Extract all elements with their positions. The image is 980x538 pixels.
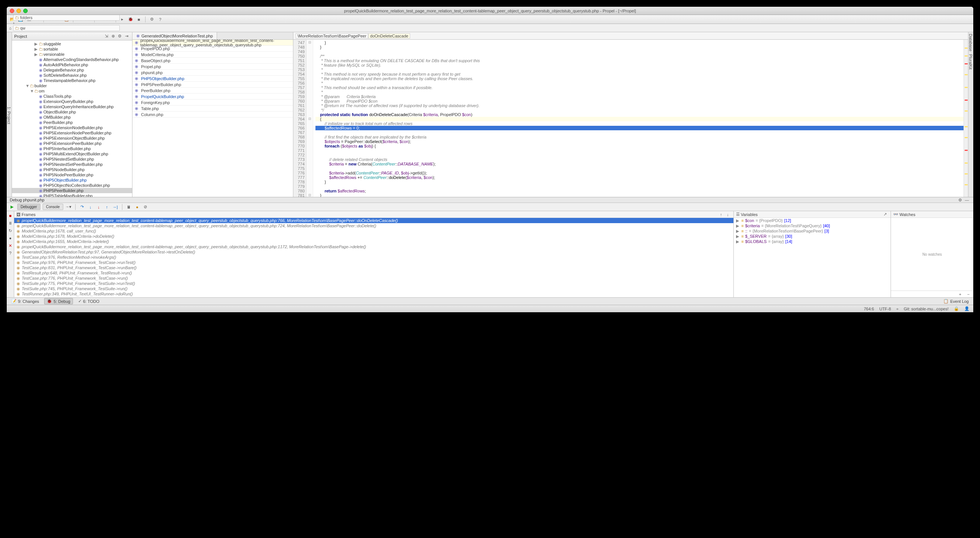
variable-row[interactable]: ▶≡ $GLOBALS = {array} [14] xyxy=(734,239,891,244)
debug-settings-icon[interactable]: ⚙ xyxy=(957,196,964,203)
file-node[interactable]: ◉ClassTools.php xyxy=(12,94,132,99)
editor-breadcrumb[interactable]: \MoreRelationTest\om\BasePagePeerdoOnDel… xyxy=(293,32,968,40)
changes-tab[interactable]: 📝 9: Changes xyxy=(9,299,41,304)
stack-frame[interactable]: ◉ModelCriteria.php:1678, call_user_func(… xyxy=(14,228,733,234)
close-icon[interactable]: ✕ xyxy=(8,243,13,249)
debug-config[interactable]: phpunit.php xyxy=(23,198,45,202)
right-toolwindow-strip[interactable]: Database PluralKit xyxy=(968,32,973,197)
file-node[interactable]: ◉AutoAddPkBehavior.php xyxy=(12,62,132,67)
file-row[interactable]: ◉PHP5PeerBuilder.php xyxy=(132,81,293,88)
file-row[interactable]: ◉Propel.php xyxy=(132,64,293,70)
file-row[interactable]: ◉Column.php xyxy=(132,112,293,118)
file-node[interactable]: ◉SoftDeleteBehavior.php xyxy=(12,73,132,78)
project-tab[interactable]: 1: Project xyxy=(7,107,11,124)
file-row[interactable]: ◉ModelCriteria.php xyxy=(132,52,293,57)
editor-tab[interactable]: ◉ GeneratedObjectMoreRelationTest.php xyxy=(132,32,217,39)
hector-icon[interactable]: 👤 xyxy=(964,306,969,311)
stack-frame[interactable]: ◉TestResult.php:648, PHPUnit_Framework_T… xyxy=(14,270,733,276)
file-node[interactable]: ◉PHP5ObjectNoCollectionBuilder.php xyxy=(12,183,132,188)
file-node[interactable]: ◉PeerBuilder.php xyxy=(12,120,132,125)
stack-frame[interactable]: ◉propelQuickBuildermore_relation_test_pa… xyxy=(14,218,733,223)
step-out-icon[interactable]: ↑ xyxy=(104,204,110,210)
variables-list[interactable]: ▶≡ $con = {PropelPDO} [12]▶≡ $criteria =… xyxy=(734,218,891,244)
todo-tab[interactable]: ✓ 6: TODO xyxy=(76,299,102,304)
file-node[interactable]: ◉PHP5ExtensionPeerBuilder.php xyxy=(12,141,132,146)
file-node[interactable]: ◉PHP5NestedSetPeerBuilder.php xyxy=(12,162,132,167)
file-row[interactable]: ◉ForeignKey.php xyxy=(132,100,293,105)
add-watch-icon[interactable]: + xyxy=(957,291,964,298)
nav-segment[interactable]: 🗀 folders xyxy=(13,14,120,21)
file-row[interactable]: ◉PHP5ObjectBuilder.php xyxy=(132,76,293,81)
file-node[interactable]: ◉PHP5TableMapBuilder.php xyxy=(12,193,132,197)
remove-watch-icon[interactable]: − xyxy=(965,291,972,298)
file-node[interactable]: ◉ExtensionQueryInheritanceBuilder.php xyxy=(12,104,132,109)
frame-up-icon[interactable]: ↑ xyxy=(718,211,724,218)
variable-row[interactable]: ▶≡ $criteria = {MoreRelationTest\PageQue… xyxy=(734,223,891,228)
variable-row[interactable]: ▶≡ :: = {MoreRelationTest\om\BasePagePee… xyxy=(734,228,891,234)
nav-home-icon[interactable]: ⌂ xyxy=(9,26,11,30)
file-row[interactable]: ◉Table.php xyxy=(132,105,293,112)
line-number-gutter[interactable]: 7477487497507517527537547557567577587597… xyxy=(293,40,307,197)
console-tab[interactable]: Console xyxy=(43,204,63,210)
hide-icon[interactable]: ⇥ xyxy=(123,33,130,40)
stack-frame[interactable]: ◉Command.php:176, PHPUnit_TextUI_Command… xyxy=(14,297,733,297)
variable-row[interactable]: ▶≡ $con = {PropelPDO} [12] xyxy=(734,218,891,223)
debug-hide-icon[interactable]: — xyxy=(964,196,970,203)
frame-down-icon[interactable]: ↓ xyxy=(724,211,731,218)
stack-frame[interactable]: ◉propelQuickBuildermore_relation_test_pa… xyxy=(14,244,733,249)
run-icon[interactable]: ▸ xyxy=(119,16,126,23)
file-node[interactable]: ◉PHP5ObjectBuilder.php xyxy=(12,177,132,183)
file-node[interactable]: ◉PHP5NodeBuilder.php xyxy=(12,167,132,172)
plugin-tab[interactable]: PluralKit xyxy=(969,54,973,70)
variable-row[interactable]: ▶≡ $_SERVER = {array} [30] xyxy=(734,234,891,239)
rerun-icon[interactable]: ■ xyxy=(8,213,13,219)
file-node[interactable]: ◉DelegateBehavior.php xyxy=(12,67,132,73)
nav-segment[interactable]: 🗀 qw xyxy=(13,25,120,31)
stop-debug-icon[interactable]: ↻ xyxy=(8,228,13,234)
debug-icon[interactable]: 🐞 xyxy=(127,16,134,23)
stack-frame[interactable]: ◉TestSuite.php:745, PHPUnit_Framework_Te… xyxy=(14,286,733,291)
collapse-icon[interactable]: ⇲ xyxy=(103,33,110,40)
file-node[interactable]: ◉AlternativeCodingStandardsBehavior.php xyxy=(12,57,132,62)
lock-icon[interactable]: 🔒 xyxy=(954,306,959,311)
stack-frame[interactable]: ◉TestCase.php:776, PHPUnit_Framework_Tes… xyxy=(14,276,733,281)
file-node[interactable]: ◉PHP5ExtensionObjectBuilder.php xyxy=(12,136,132,141)
file-node[interactable]: ◉PHP5PeerBuilder.php xyxy=(12,188,132,193)
file-encoding[interactable]: UTF-8 xyxy=(879,307,891,311)
step-over-icon[interactable]: ↷ xyxy=(80,204,85,210)
gear-icon[interactable]: ⚙ xyxy=(116,33,123,40)
file-node[interactable]: ◉TimestampableBehavior.php xyxy=(12,78,132,83)
fold-gutter[interactable]: ⊟⊟⊟⊟ xyxy=(307,40,313,197)
breadcrumb-method[interactable]: doOnDeleteCascade xyxy=(368,34,410,38)
mute-bp-icon[interactable]: ⊘ xyxy=(143,204,148,210)
run-to-cursor-icon[interactable]: →| xyxy=(112,204,118,210)
vars-hide-icon[interactable]: ↗ xyxy=(881,211,888,218)
stack-frame[interactable]: ◉propelQuickBuildermore_relation_test_pa… xyxy=(14,223,733,228)
stop-icon[interactable]: ■ xyxy=(135,16,142,23)
code-editor[interactable]: } } /** * This is a method for emulating… xyxy=(313,40,964,197)
stack-frame[interactable]: ◉TestSuite.php:775, PHPUnit_Framework_Te… xyxy=(14,281,733,286)
file-node[interactable]: ◉OMBuilder.php xyxy=(12,115,132,120)
file-node[interactable]: ◉PHP5ExtensionNodeBuilder.php xyxy=(12,125,132,130)
file-node[interactable]: ◉PHP5MultiExtendObjectBuilder.php xyxy=(12,151,132,156)
stack-frame[interactable]: ◉ModelCriteria.php:1655, ModelCriteria->… xyxy=(14,239,733,244)
folder-node[interactable]: ▶🗀sluggable xyxy=(12,41,132,46)
stack-frame[interactable]: ◉TestCase.php:976, PHPUnit_Framework_Tes… xyxy=(14,260,733,265)
debugger-tab[interactable]: Debugger xyxy=(17,204,40,210)
force-step-icon[interactable]: ↓ xyxy=(96,204,102,210)
error-stripe[interactable] xyxy=(964,40,968,197)
stack-frame[interactable]: ◉TestCase.php:976, ReflectionMethod->inv… xyxy=(14,255,733,260)
target-icon[interactable]: ⊕ xyxy=(110,33,116,40)
stack-frame[interactable]: ◉ModelCriteria.php:1678, ModelCriteria->… xyxy=(14,234,733,239)
file-node[interactable]: ◉ExtensionQueryBuilder.php xyxy=(12,99,132,104)
settings-icon[interactable]: ⚙ xyxy=(148,16,155,23)
pause-icon[interactable]: ⏸ xyxy=(8,220,13,226)
breadcrumb-class[interactable]: \MoreRelationTest\om\BasePagePeer xyxy=(296,34,368,38)
file-row[interactable]: ◉phpunit.php xyxy=(132,70,293,76)
stack-frame[interactable]: ◉TestRunner.php:349, PHPUnit_TextUI_Test… xyxy=(14,291,733,297)
debug-tool-tab[interactable]: 🐞 5: Debug xyxy=(44,298,73,304)
file-node[interactable]: ◉PHP5NestedSetBuilder.php xyxy=(12,156,132,162)
more-icon[interactable]: →▾ xyxy=(65,204,72,210)
view-bp-icon[interactable]: ● xyxy=(8,235,13,241)
cursor-position[interactable]: 764:6 xyxy=(864,307,874,311)
